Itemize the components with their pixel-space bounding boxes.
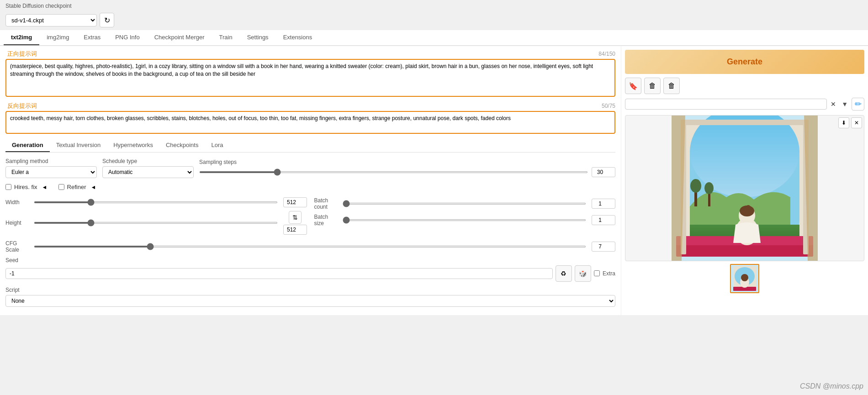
dropdown-arrow-icon: ✕ xyxy=(829,100,838,108)
refiner-checkbox[interactable] xyxy=(58,184,64,190)
delete-style-button-1[interactable]: 🗑 xyxy=(644,78,661,94)
tab-train[interactable]: Train xyxy=(212,30,240,45)
cfg-scale-slider[interactable] xyxy=(34,246,586,248)
hires-fix-label: Hires. fix xyxy=(14,184,37,190)
hires-fix-checkbox[interactable] xyxy=(5,184,11,190)
thumbnail-row xyxy=(625,264,864,293)
batch-size-input[interactable] xyxy=(592,215,615,225)
style-edit-button[interactable]: ✏ xyxy=(852,98,864,111)
refiner-collapse-button[interactable]: ◄ xyxy=(89,183,98,192)
svg-point-7 xyxy=(704,182,714,194)
gen-tab-checkpoints[interactable]: Checkpoints xyxy=(159,139,205,152)
negative-prompt-textarea[interactable]: crooked teeth, messy hair, torn clothes,… xyxy=(5,111,615,134)
positive-prompt-label: 正向提示词 xyxy=(5,50,37,58)
tab-png-info[interactable]: PNG Info xyxy=(108,30,147,45)
generate-button[interactable]: Generate xyxy=(625,50,864,74)
style-input[interactable] xyxy=(625,99,827,110)
width-input[interactable] xyxy=(283,197,307,207)
gen-tab-textual-inversion[interactable]: Textual Inversion xyxy=(50,139,107,152)
cfg-scale-label: CFG Scale xyxy=(5,240,28,253)
checkpoint-select[interactable]: sd-v1-4.ckpt xyxy=(5,14,97,26)
tab-settings[interactable]: Settings xyxy=(240,30,276,45)
svg-rect-17 xyxy=(681,120,809,125)
height-input[interactable] xyxy=(283,225,307,235)
width-label: Width xyxy=(5,199,28,205)
close-image-button[interactable]: ✕ xyxy=(851,117,862,128)
schedule-type-select[interactable]: Automatic xyxy=(102,166,194,178)
hires-fix-collapse-button[interactable]: ◄ xyxy=(40,183,49,192)
generation-tabs: Generation Textual Inversion Hypernetwor… xyxy=(5,139,615,153)
script-label: Script xyxy=(5,287,20,293)
height-slider[interactable] xyxy=(34,222,278,224)
refresh-checkpoint-button[interactable]: ↻ xyxy=(100,13,114,27)
positive-prompt-char-count: 84/150 xyxy=(598,51,615,57)
sampling-method-label: Sampling method xyxy=(5,158,97,164)
script-select[interactable]: None xyxy=(5,295,615,307)
main-tabs: txt2img img2img Extras PNG Info Checkpoi… xyxy=(0,30,868,46)
generated-image-area: ⬇ ✕ xyxy=(625,115,864,261)
extra-seed-label: Extra xyxy=(603,270,615,277)
batch-count-slider[interactable] xyxy=(343,203,587,205)
tab-extensions[interactable]: Extensions xyxy=(276,30,320,45)
download-image-button[interactable]: ⬇ xyxy=(838,117,849,128)
bookmark-style-button[interactable]: 🔖 xyxy=(625,78,641,94)
svg-point-14 xyxy=(746,205,751,212)
batch-size-label: Batch size xyxy=(314,214,337,226)
seed-recycle-button[interactable]: ♻ xyxy=(556,265,572,282)
sampling-steps-input[interactable] xyxy=(592,167,615,177)
gen-tab-lora[interactable]: Lora xyxy=(205,139,229,152)
tab-extras[interactable]: Extras xyxy=(76,30,108,45)
tab-img2img[interactable]: img2img xyxy=(39,30,76,45)
positive-prompt-textarea[interactable]: (masterpiece, best quality, highres, pho… xyxy=(5,59,615,97)
swap-dimensions-button[interactable]: ⇅ xyxy=(289,211,302,224)
cfg-scale-input[interactable] xyxy=(592,242,615,252)
sampling-method-select[interactable]: Euler a xyxy=(5,166,97,178)
image-thumbnail[interactable] xyxy=(730,264,759,293)
sampling-steps-label: Sampling steps xyxy=(199,159,615,165)
tab-checkpoint-merger[interactable]: Checkpoint Merger xyxy=(147,30,212,45)
seed-dice-button[interactable]: 🎲 xyxy=(575,265,591,282)
svg-point-5 xyxy=(690,179,701,193)
delete-style-button-2[interactable]: 🗑 xyxy=(663,78,680,94)
gen-tab-generation[interactable]: Generation xyxy=(5,139,50,152)
batch-count-input[interactable] xyxy=(592,199,615,209)
svg-point-23 xyxy=(741,274,748,281)
seed-label: Seed xyxy=(5,257,18,263)
height-label: Height xyxy=(5,220,28,226)
tab-txt2img[interactable]: txt2img xyxy=(4,30,39,45)
negative-prompt-label: 反向提示词 xyxy=(5,102,37,110)
checkpoint-label: Stable Diffusion checkpoint xyxy=(5,3,72,9)
refiner-label: Refiner xyxy=(67,184,86,190)
batch-size-slider[interactable] xyxy=(343,219,587,221)
image-controls: ⬇ ✕ xyxy=(838,117,862,128)
width-slider[interactable] xyxy=(34,201,278,203)
seed-input[interactable]: -1 xyxy=(5,268,553,279)
negative-prompt-char-count: 50/75 xyxy=(602,103,615,109)
gen-tab-hypernetworks[interactable]: Hypernetworks xyxy=(107,139,159,152)
extra-seed-checkbox[interactable] xyxy=(594,270,600,276)
dropdown-icon: ▼ xyxy=(840,100,850,108)
batch-count-label: Batch count xyxy=(314,197,337,210)
sampling-steps-slider[interactable] xyxy=(199,171,588,173)
schedule-type-label: Schedule type xyxy=(102,158,194,164)
generated-image xyxy=(625,115,864,261)
